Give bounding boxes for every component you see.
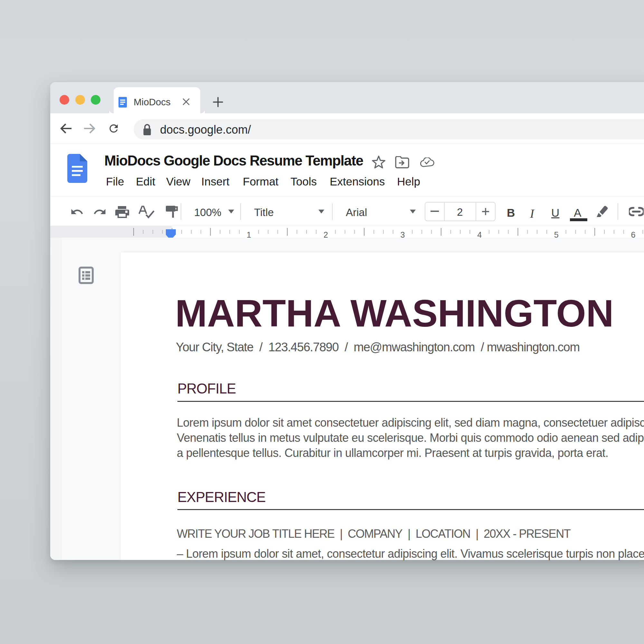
- svg-text:3: 3: [400, 230, 405, 238]
- svg-text:6: 6: [631, 230, 636, 238]
- svg-text:1: 1: [247, 230, 251, 238]
- svg-text:5: 5: [554, 230, 559, 238]
- svg-text:4: 4: [477, 230, 482, 238]
- svg-text:2: 2: [324, 230, 328, 238]
